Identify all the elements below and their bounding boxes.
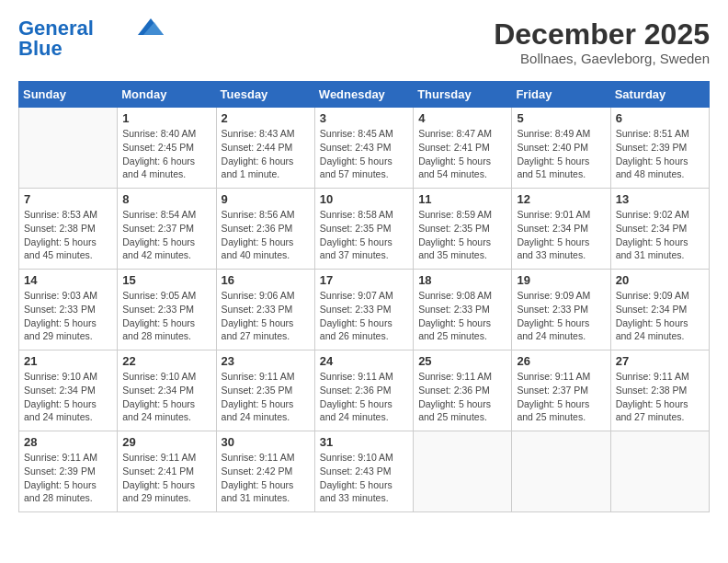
- calendar-cell: 25Sunrise: 9:11 AM Sunset: 2:36 PM Dayli…: [414, 350, 512, 431]
- week-row-2: 7Sunrise: 8:53 AM Sunset: 2:38 PM Daylig…: [19, 189, 710, 270]
- calendar-cell: 10Sunrise: 8:58 AM Sunset: 2:35 PM Dayli…: [314, 189, 413, 270]
- location-subtitle: Bollnaes, Gaevleborg, Sweden: [494, 51, 710, 66]
- calendar-cell: 1Sunrise: 8:40 AM Sunset: 2:45 PM Daylig…: [118, 108, 216, 189]
- header-day-wednesday: Wednesday: [314, 82, 413, 108]
- day-number: 12: [517, 192, 605, 206]
- calendar-cell: 28Sunrise: 9:11 AM Sunset: 2:39 PM Dayli…: [19, 431, 118, 512]
- day-number: 31: [320, 435, 408, 449]
- day-detail: Sunrise: 8:51 AM Sunset: 2:39 PM Dayligh…: [616, 128, 689, 179]
- day-number: 11: [418, 192, 506, 206]
- day-number: 8: [122, 192, 210, 206]
- day-number: 28: [24, 435, 112, 449]
- day-number: 21: [24, 354, 112, 368]
- week-row-5: 28Sunrise: 9:11 AM Sunset: 2:39 PM Dayli…: [19, 431, 710, 512]
- logo-icon: [138, 18, 164, 35]
- day-detail: Sunrise: 9:11 AM Sunset: 2:38 PM Dayligh…: [616, 371, 689, 422]
- calendar-cell: 24Sunrise: 9:11 AM Sunset: 2:36 PM Dayli…: [314, 350, 413, 431]
- calendar-cell: 30Sunrise: 9:11 AM Sunset: 2:42 PM Dayli…: [216, 431, 314, 512]
- day-number: 10: [320, 192, 408, 206]
- day-detail: Sunrise: 8:45 AM Sunset: 2:43 PM Dayligh…: [320, 128, 393, 179]
- header-day-saturday: Saturday: [610, 82, 709, 108]
- calendar-cell: 17Sunrise: 9:07 AM Sunset: 2:33 PM Dayli…: [314, 270, 413, 350]
- day-detail: Sunrise: 9:11 AM Sunset: 2:39 PM Dayligh…: [24, 452, 97, 503]
- day-number: 16: [222, 273, 310, 287]
- days-header-row: SundayMondayTuesdayWednesdayThursdayFrid…: [19, 82, 710, 108]
- calendar-cell: 19Sunrise: 9:09 AM Sunset: 2:33 PM Dayli…: [512, 270, 610, 350]
- day-number: 25: [418, 354, 506, 368]
- calendar-cell: 3Sunrise: 8:45 AM Sunset: 2:43 PM Daylig…: [314, 108, 413, 189]
- calendar-cell: 16Sunrise: 9:06 AM Sunset: 2:33 PM Dayli…: [216, 270, 314, 350]
- calendar-cell: 20Sunrise: 9:09 AM Sunset: 2:34 PM Dayli…: [610, 270, 709, 350]
- day-number: 24: [320, 354, 408, 368]
- day-detail: Sunrise: 9:02 AM Sunset: 2:34 PM Dayligh…: [616, 209, 689, 260]
- logo-blue-text: Blue: [18, 39, 63, 59]
- day-number: 27: [616, 354, 704, 368]
- day-number: 17: [320, 273, 408, 287]
- day-number: 15: [122, 273, 210, 287]
- day-detail: Sunrise: 8:47 AM Sunset: 2:41 PM Dayligh…: [418, 128, 492, 179]
- day-detail: Sunrise: 8:56 AM Sunset: 2:36 PM Dayligh…: [222, 209, 295, 260]
- calendar-cell: 18Sunrise: 9:08 AM Sunset: 2:33 PM Dayli…: [414, 270, 512, 350]
- day-number: 18: [418, 273, 506, 287]
- logo-text: General: [18, 18, 94, 39]
- day-detail: Sunrise: 9:07 AM Sunset: 2:33 PM Dayligh…: [320, 290, 393, 341]
- day-number: 7: [24, 192, 112, 206]
- calendar-cell: 21Sunrise: 9:10 AM Sunset: 2:34 PM Dayli…: [19, 350, 118, 431]
- calendar-cell: [512, 431, 610, 512]
- day-detail: Sunrise: 8:40 AM Sunset: 2:45 PM Dayligh…: [122, 128, 196, 179]
- header-day-sunday: Sunday: [19, 82, 118, 108]
- header-day-thursday: Thursday: [414, 82, 512, 108]
- week-row-4: 21Sunrise: 9:10 AM Sunset: 2:34 PM Dayli…: [19, 350, 710, 431]
- day-detail: Sunrise: 8:53 AM Sunset: 2:38 PM Dayligh…: [24, 209, 97, 260]
- day-number: 29: [122, 435, 210, 449]
- day-number: 14: [24, 273, 112, 287]
- calendar-table: SundayMondayTuesdayWednesdayThursdayFrid…: [18, 81, 710, 512]
- day-detail: Sunrise: 9:11 AM Sunset: 2:36 PM Dayligh…: [320, 371, 393, 422]
- calendar-cell: [414, 431, 512, 512]
- calendar-cell: 26Sunrise: 9:11 AM Sunset: 2:37 PM Dayli…: [512, 350, 610, 431]
- day-detail: Sunrise: 9:05 AM Sunset: 2:33 PM Dayligh…: [122, 290, 196, 341]
- day-detail: Sunrise: 8:54 AM Sunset: 2:37 PM Dayligh…: [122, 209, 196, 260]
- day-number: 6: [616, 111, 704, 125]
- page-header: General Blue December 2025 Bollnaes, Gae…: [18, 18, 710, 66]
- calendar-cell: 9Sunrise: 8:56 AM Sunset: 2:36 PM Daylig…: [216, 189, 314, 270]
- calendar-cell: 11Sunrise: 8:59 AM Sunset: 2:35 PM Dayli…: [414, 189, 512, 270]
- day-number: 22: [122, 354, 210, 368]
- day-detail: Sunrise: 9:09 AM Sunset: 2:33 PM Dayligh…: [517, 290, 590, 341]
- logo: General Blue: [18, 18, 164, 59]
- week-row-3: 14Sunrise: 9:03 AM Sunset: 2:33 PM Dayli…: [19, 270, 710, 350]
- day-number: 20: [616, 273, 704, 287]
- day-detail: Sunrise: 9:01 AM Sunset: 2:34 PM Dayligh…: [517, 209, 590, 260]
- day-detail: Sunrise: 9:11 AM Sunset: 2:35 PM Dayligh…: [222, 371, 295, 422]
- calendar-cell: 5Sunrise: 8:49 AM Sunset: 2:40 PM Daylig…: [512, 108, 610, 189]
- day-number: 5: [517, 111, 605, 125]
- day-number: 26: [517, 354, 605, 368]
- day-detail: Sunrise: 9:08 AM Sunset: 2:33 PM Dayligh…: [418, 290, 492, 341]
- day-number: 30: [222, 435, 310, 449]
- calendar-cell: 15Sunrise: 9:05 AM Sunset: 2:33 PM Dayli…: [118, 270, 216, 350]
- calendar-cell: 31Sunrise: 9:10 AM Sunset: 2:43 PM Dayli…: [314, 431, 413, 512]
- day-detail: Sunrise: 9:10 AM Sunset: 2:34 PM Dayligh…: [122, 371, 196, 422]
- calendar-cell: 14Sunrise: 9:03 AM Sunset: 2:33 PM Dayli…: [19, 270, 118, 350]
- month-title: December 2025: [494, 18, 710, 51]
- day-detail: Sunrise: 9:11 AM Sunset: 2:37 PM Dayligh…: [517, 371, 590, 422]
- title-block: December 2025 Bollnaes, Gaevleborg, Swed…: [494, 18, 710, 66]
- day-detail: Sunrise: 9:11 AM Sunset: 2:41 PM Dayligh…: [122, 452, 196, 503]
- calendar-cell: 22Sunrise: 9:10 AM Sunset: 2:34 PM Dayli…: [118, 350, 216, 431]
- calendar-cell: 12Sunrise: 9:01 AM Sunset: 2:34 PM Dayli…: [512, 189, 610, 270]
- calendar-cell: 13Sunrise: 9:02 AM Sunset: 2:34 PM Dayli…: [610, 189, 709, 270]
- calendar-cell: [610, 431, 709, 512]
- day-detail: Sunrise: 8:43 AM Sunset: 2:44 PM Dayligh…: [222, 128, 295, 179]
- calendar-cell: 8Sunrise: 8:54 AM Sunset: 2:37 PM Daylig…: [118, 189, 216, 270]
- day-number: 13: [616, 192, 704, 206]
- day-detail: Sunrise: 8:49 AM Sunset: 2:40 PM Dayligh…: [517, 128, 590, 179]
- calendar-cell: 6Sunrise: 8:51 AM Sunset: 2:39 PM Daylig…: [610, 108, 709, 189]
- day-detail: Sunrise: 9:09 AM Sunset: 2:34 PM Dayligh…: [616, 290, 689, 341]
- day-number: 4: [418, 111, 506, 125]
- calendar-cell: 27Sunrise: 9:11 AM Sunset: 2:38 PM Dayli…: [610, 350, 709, 431]
- week-row-1: 1Sunrise: 8:40 AM Sunset: 2:45 PM Daylig…: [19, 108, 710, 189]
- calendar-cell: 7Sunrise: 8:53 AM Sunset: 2:38 PM Daylig…: [19, 189, 118, 270]
- calendar-cell: 4Sunrise: 8:47 AM Sunset: 2:41 PM Daylig…: [414, 108, 512, 189]
- day-number: 1: [122, 111, 210, 125]
- day-detail: Sunrise: 9:03 AM Sunset: 2:33 PM Dayligh…: [24, 290, 97, 341]
